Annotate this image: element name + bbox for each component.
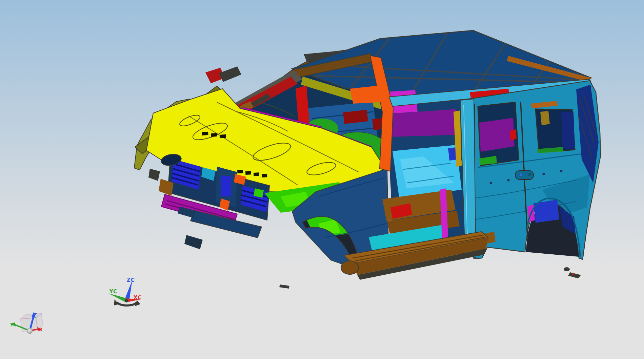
wcs-origin[interactable] bbox=[125, 299, 128, 302]
absolute-triad[interactable]: Z Y X bbox=[10, 312, 43, 334]
wcs-y-axis[interactable] bbox=[108, 293, 127, 302]
wcs-rotate-handle[interactable] bbox=[117, 302, 136, 305]
window-interior-red[interactable] bbox=[510, 129, 517, 140]
model-scene: ZC YC XC Z Y X bbox=[0, 0, 644, 359]
detached-parts[interactable] bbox=[279, 267, 581, 289]
quarter-inner-navy[interactable] bbox=[561, 112, 575, 149]
wcs-y-label: YC bbox=[109, 289, 117, 295]
wcs-z-axis[interactable] bbox=[124, 280, 132, 301]
wcs-x-label: XC bbox=[134, 295, 142, 301]
wcs-z-label: ZC bbox=[127, 277, 135, 283]
window-interior-purple[interactable] bbox=[479, 118, 515, 152]
handle-glint bbox=[520, 173, 522, 176]
wcs-triad[interactable]: ZC YC XC bbox=[108, 277, 142, 306]
lock-cylinder bbox=[528, 173, 531, 176]
quarter-bracket-gold[interactable] bbox=[540, 111, 550, 125]
tow-bracket[interactable] bbox=[148, 169, 160, 181]
cad-viewport[interactable]: ZC YC XC Z Y X bbox=[0, 0, 644, 359]
abs-origin-sphere[interactable] bbox=[27, 328, 33, 334]
small-bracket-part[interactable] bbox=[279, 284, 289, 289]
abs-x-label: X bbox=[39, 327, 42, 332]
center-column-insert[interactable] bbox=[221, 176, 231, 196]
quarter-trim-rail[interactable] bbox=[390, 109, 458, 137]
abs-z-label: Z bbox=[34, 312, 37, 317]
rail-cap-dark[interactable] bbox=[219, 66, 241, 82]
small-bracket-part[interactable] bbox=[568, 272, 581, 278]
air-dam-bracket[interactable] bbox=[184, 235, 203, 249]
small-clip-part[interactable] bbox=[564, 267, 570, 271]
bracket-red-dot bbox=[572, 273, 574, 275]
abs-y-label: Y bbox=[10, 322, 14, 328]
board-front-cap[interactable] bbox=[341, 261, 359, 274]
